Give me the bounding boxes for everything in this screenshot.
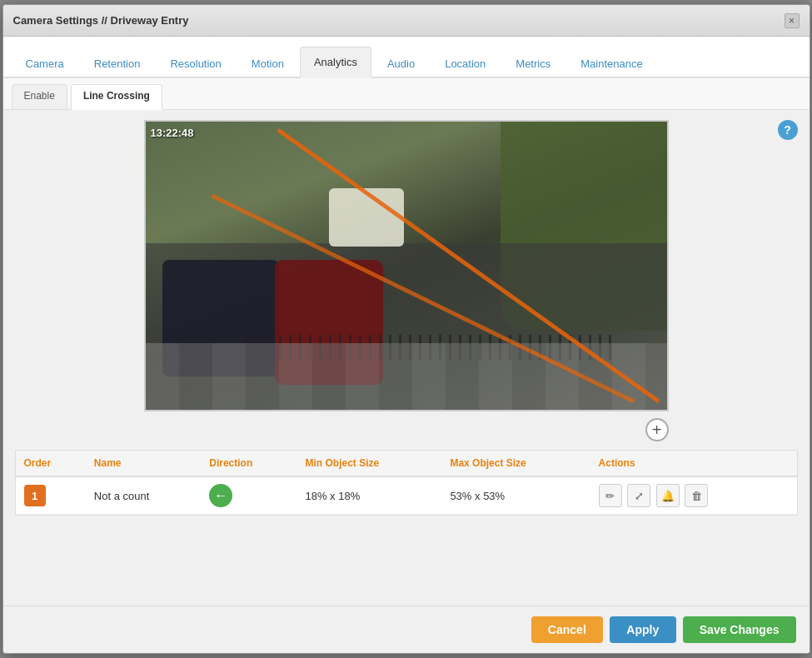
alert-button[interactable]: 🔔 — [656, 484, 680, 507]
tab-maintenance[interactable]: Maintenance — [566, 48, 656, 78]
footer-bar: Cancel Apply Save Changes — [3, 606, 810, 653]
direction-arrow-icon: ← — [209, 484, 232, 507]
tab-audio[interactable]: Audio — [373, 48, 429, 78]
subtab-enable[interactable]: Enable — [12, 84, 67, 110]
tab-resolution[interactable]: Resolution — [156, 48, 235, 78]
help-icon[interactable]: ? — [778, 120, 798, 140]
subtabs: Enable Line Crossing — [3, 78, 810, 110]
svg-line-1 — [212, 196, 634, 401]
col-direction: Direction — [201, 451, 296, 476]
crossing-line-overlay — [146, 122, 667, 410]
cancel-button[interactable]: Cancel — [531, 616, 603, 643]
tab-location[interactable]: Location — [431, 48, 500, 78]
close-button[interactable]: × — [785, 13, 800, 28]
edit-button[interactable]: ✏ — [599, 484, 622, 507]
subtab-line-crossing[interactable]: Line Crossing — [71, 84, 162, 110]
svg-line-0 — [277, 130, 658, 401]
add-line-button[interactable]: + — [645, 418, 669, 441]
cell-actions: ✏ ⤢ 🔔 🗑 — [590, 476, 797, 515]
tab-camera[interactable]: Camera — [12, 48, 78, 78]
tab-motion[interactable]: Motion — [237, 48, 298, 78]
dialog-title: Camera Settings // Driveway Entry — [13, 14, 189, 27]
apply-button[interactable]: Apply — [610, 616, 676, 643]
camera-view-container: 13:22:48 + — [144, 120, 669, 411]
resize-button[interactable]: ⤢ — [627, 484, 650, 507]
col-order: Order — [16, 451, 86, 476]
cell-min-size: 18% x 18% — [296, 476, 441, 515]
main-tabs: Camera Retention Resolution Motion Analy… — [3, 37, 810, 78]
cell-direction: ← — [201, 476, 296, 515]
camera-view: 13:22:48 — [144, 120, 669, 411]
dialog-titlebar: Camera Settings // Driveway Entry × — [3, 5, 810, 37]
tab-analytics[interactable]: Analytics — [300, 47, 371, 78]
order-badge: 1 — [24, 485, 46, 506]
table-header: Order Name Direction Min Object Size Max… — [16, 451, 797, 476]
cell-name: Not a count — [86, 476, 201, 515]
tab-retention[interactable]: Retention — [80, 48, 155, 78]
col-max-size: Max Object Size — [441, 451, 590, 476]
crossings-table: Order Name Direction Min Object Size Max… — [15, 450, 798, 516]
content-area: ? 13:22:48 — [3, 110, 810, 606]
save-changes-button[interactable]: Save Changes — [683, 616, 796, 643]
tab-metrics[interactable]: Metrics — [501, 48, 565, 78]
cell-order: 1 — [16, 476, 86, 515]
col-actions: Actions — [590, 451, 797, 476]
col-min-size: Min Object Size — [296, 451, 441, 476]
col-name: Name — [86, 451, 201, 476]
table-row: 1 Not a count ← 18% x 18% 53% x 53% ✏ ⤢ … — [16, 476, 797, 515]
camera-settings-dialog: Camera Settings // Driveway Entry × Came… — [2, 4, 810, 654]
cell-max-size: 53% x 53% — [441, 476, 590, 515]
delete-button[interactable]: 🗑 — [685, 484, 708, 507]
